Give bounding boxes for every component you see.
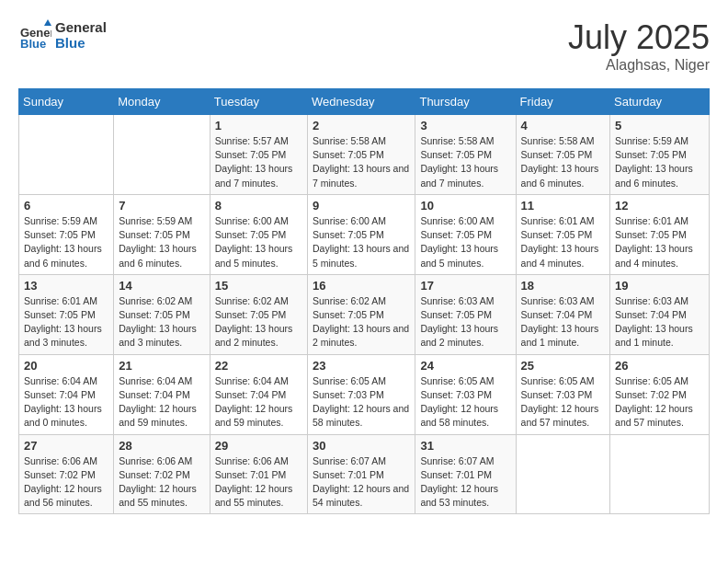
calendar-cell: 6Sunrise: 5:59 AM Sunset: 7:05 PM Daylig… xyxy=(19,194,114,274)
calendar-cell: 21Sunrise: 6:04 AM Sunset: 7:04 PM Dayli… xyxy=(114,354,210,434)
calendar-cell: 14Sunrise: 6:02 AM Sunset: 7:05 PM Dayli… xyxy=(114,274,210,354)
calendar-cell: 4Sunrise: 5:58 AM Sunset: 7:05 PM Daylig… xyxy=(516,115,610,195)
day-number: 10 xyxy=(420,199,510,213)
day-number: 19 xyxy=(615,279,704,293)
day-number: 9 xyxy=(313,199,410,213)
day-number: 6 xyxy=(24,199,108,213)
calendar-cell: 28Sunrise: 6:06 AM Sunset: 7:02 PM Dayli… xyxy=(114,434,210,514)
svg-marker-2 xyxy=(44,19,51,26)
calendar-cell: 5Sunrise: 5:59 AM Sunset: 7:05 PM Daylig… xyxy=(610,115,710,195)
day-header-friday: Friday xyxy=(516,89,610,115)
day-info: Sunrise: 6:01 AM Sunset: 7:05 PM Dayligh… xyxy=(615,214,704,270)
day-number: 27 xyxy=(24,439,108,453)
calendar-cell: 11Sunrise: 6:01 AM Sunset: 7:05 PM Dayli… xyxy=(516,194,610,274)
day-info: Sunrise: 6:01 AM Sunset: 7:05 PM Dayligh… xyxy=(521,214,606,270)
calendar-cell: 23Sunrise: 6:05 AM Sunset: 7:03 PM Dayli… xyxy=(308,354,415,434)
day-header-sunday: Sunday xyxy=(19,89,114,115)
calendar-cell: 27Sunrise: 6:06 AM Sunset: 7:02 PM Dayli… xyxy=(19,434,114,514)
day-number: 3 xyxy=(420,119,510,132)
day-info: Sunrise: 5:58 AM Sunset: 7:05 PM Dayligh… xyxy=(521,134,606,190)
week-row-1: 1Sunrise: 5:57 AM Sunset: 7:05 PM Daylig… xyxy=(19,115,710,195)
day-number: 18 xyxy=(521,279,606,293)
day-number: 31 xyxy=(420,439,510,453)
day-info: Sunrise: 6:05 AM Sunset: 7:03 PM Dayligh… xyxy=(521,374,606,431)
day-number: 13 xyxy=(24,279,108,293)
calendar-cell: 17Sunrise: 6:03 AM Sunset: 7:05 PM Dayli… xyxy=(415,274,516,354)
svg-text:Blue: Blue xyxy=(20,37,46,51)
day-number: 4 xyxy=(521,119,606,132)
calendar-cell: 29Sunrise: 6:06 AM Sunset: 7:01 PM Dayli… xyxy=(210,434,307,514)
calendar-cell: 15Sunrise: 6:02 AM Sunset: 7:05 PM Dayli… xyxy=(210,274,307,354)
day-info: Sunrise: 5:58 AM Sunset: 7:05 PM Dayligh… xyxy=(313,134,410,190)
day-info: Sunrise: 6:04 AM Sunset: 7:04 PM Dayligh… xyxy=(119,374,204,431)
day-number: 28 xyxy=(119,439,204,453)
calendar-table: SundayMondayTuesdayWednesdayThursdayFrid… xyxy=(18,88,710,514)
day-info: Sunrise: 6:05 AM Sunset: 7:03 PM Dayligh… xyxy=(420,374,510,431)
calendar-cell: 22Sunrise: 6:04 AM Sunset: 7:04 PM Dayli… xyxy=(210,354,307,434)
calendar-cell xyxy=(114,115,210,195)
day-info: Sunrise: 6:03 AM Sunset: 7:04 PM Dayligh… xyxy=(521,294,606,350)
day-number: 25 xyxy=(521,359,606,373)
calendar-cell: 7Sunrise: 5:59 AM Sunset: 7:05 PM Daylig… xyxy=(114,194,210,274)
day-number: 11 xyxy=(521,199,606,213)
day-number: 30 xyxy=(313,439,410,453)
week-row-4: 20Sunrise: 6:04 AM Sunset: 7:04 PM Dayli… xyxy=(19,354,710,434)
day-info: Sunrise: 6:05 AM Sunset: 7:03 PM Dayligh… xyxy=(313,374,410,431)
week-row-3: 13Sunrise: 6:01 AM Sunset: 7:05 PM Dayli… xyxy=(19,274,710,354)
day-number: 23 xyxy=(313,359,410,373)
day-number: 16 xyxy=(313,279,410,293)
day-info: Sunrise: 5:59 AM Sunset: 7:05 PM Dayligh… xyxy=(615,134,704,190)
calendar-cell: 19Sunrise: 6:03 AM Sunset: 7:04 PM Dayli… xyxy=(610,274,710,354)
day-info: Sunrise: 6:02 AM Sunset: 7:05 PM Dayligh… xyxy=(119,294,204,350)
day-number: 12 xyxy=(615,199,704,213)
day-number: 14 xyxy=(119,279,204,293)
calendar-cell: 9Sunrise: 6:00 AM Sunset: 7:05 PM Daylig… xyxy=(308,194,415,274)
day-header-tuesday: Tuesday xyxy=(210,89,307,115)
logo-general: General xyxy=(55,19,107,35)
day-info: Sunrise: 6:02 AM Sunset: 7:05 PM Dayligh… xyxy=(215,294,302,350)
day-header-thursday: Thursday xyxy=(415,89,516,115)
day-number: 15 xyxy=(215,279,302,293)
month-title: July 2025 xyxy=(568,18,710,57)
day-header-wednesday: Wednesday xyxy=(308,89,415,115)
day-info: Sunrise: 5:59 AM Sunset: 7:05 PM Dayligh… xyxy=(24,214,108,270)
day-info: Sunrise: 6:07 AM Sunset: 7:01 PM Dayligh… xyxy=(420,454,510,511)
day-number: 5 xyxy=(615,119,704,132)
week-row-2: 6Sunrise: 5:59 AM Sunset: 7:05 PM Daylig… xyxy=(19,194,710,274)
day-number: 22 xyxy=(215,359,302,373)
day-number: 21 xyxy=(119,359,204,373)
day-info: Sunrise: 5:59 AM Sunset: 7:05 PM Dayligh… xyxy=(119,214,204,270)
calendar-cell: 20Sunrise: 6:04 AM Sunset: 7:04 PM Dayli… xyxy=(19,354,114,434)
calendar-cell: 30Sunrise: 6:07 AM Sunset: 7:01 PM Dayli… xyxy=(308,434,415,514)
day-info: Sunrise: 6:05 AM Sunset: 7:02 PM Dayligh… xyxy=(615,374,704,431)
day-info: Sunrise: 6:06 AM Sunset: 7:02 PM Dayligh… xyxy=(24,454,108,511)
page-header: General Blue General Blue July 2025 Alag… xyxy=(18,18,710,74)
calendar-cell xyxy=(19,115,114,195)
day-number: 1 xyxy=(215,119,302,132)
day-number: 29 xyxy=(215,439,302,453)
calendar-cell: 3Sunrise: 5:58 AM Sunset: 7:05 PM Daylig… xyxy=(415,115,516,195)
logo-icon: General Blue xyxy=(18,18,51,52)
calendar-cell: 26Sunrise: 6:05 AM Sunset: 7:02 PM Dayli… xyxy=(610,354,710,434)
week-row-5: 27Sunrise: 6:06 AM Sunset: 7:02 PM Dayli… xyxy=(19,434,710,514)
day-info: Sunrise: 6:00 AM Sunset: 7:05 PM Dayligh… xyxy=(313,214,410,270)
calendar-cell xyxy=(610,434,710,514)
title-block: July 2025 Alaghsas, Niger xyxy=(568,18,710,74)
calendar-cell: 31Sunrise: 6:07 AM Sunset: 7:01 PM Dayli… xyxy=(415,434,516,514)
day-number: 26 xyxy=(615,359,704,373)
calendar-cell xyxy=(516,434,610,514)
day-info: Sunrise: 6:03 AM Sunset: 7:04 PM Dayligh… xyxy=(615,294,704,350)
day-info: Sunrise: 6:00 AM Sunset: 7:05 PM Dayligh… xyxy=(420,214,510,270)
days-header-row: SundayMondayTuesdayWednesdayThursdayFrid… xyxy=(19,89,710,115)
day-number: 2 xyxy=(313,119,410,132)
calendar-cell: 13Sunrise: 6:01 AM Sunset: 7:05 PM Dayli… xyxy=(19,274,114,354)
logo-blue: Blue xyxy=(55,35,107,51)
day-info: Sunrise: 6:01 AM Sunset: 7:05 PM Dayligh… xyxy=(24,294,108,350)
day-info: Sunrise: 5:58 AM Sunset: 7:05 PM Dayligh… xyxy=(420,134,510,190)
day-info: Sunrise: 6:07 AM Sunset: 7:01 PM Dayligh… xyxy=(313,454,410,511)
day-number: 24 xyxy=(420,359,510,373)
calendar-cell: 1Sunrise: 5:57 AM Sunset: 7:05 PM Daylig… xyxy=(210,115,307,195)
day-info: Sunrise: 6:02 AM Sunset: 7:05 PM Dayligh… xyxy=(313,294,410,350)
day-number: 17 xyxy=(420,279,510,293)
day-info: Sunrise: 6:06 AM Sunset: 7:01 PM Dayligh… xyxy=(215,454,302,511)
